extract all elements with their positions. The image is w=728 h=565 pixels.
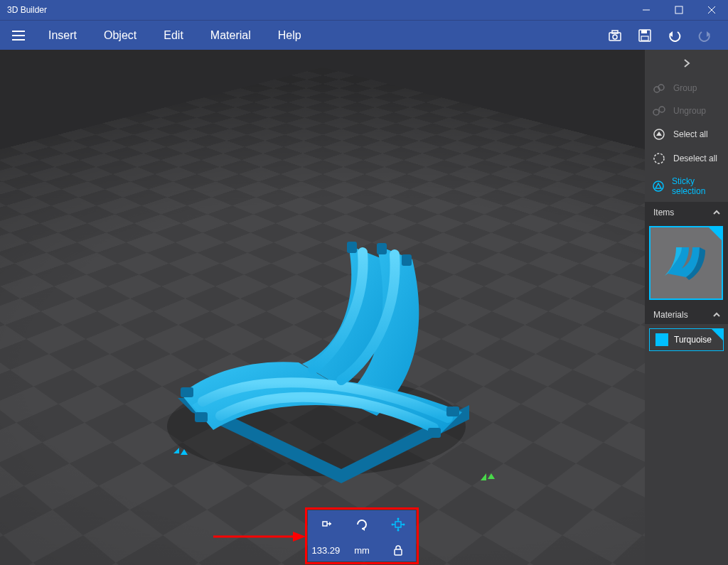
- save-icon[interactable]: [633, 23, 657, 48]
- svg-marker-25: [481, 473, 486, 480]
- svg-rect-19: [377, 243, 387, 254]
- menu-material[interactable]: Material: [199, 25, 262, 46]
- deselect-all-label: Deselect all: [673, 154, 717, 163]
- transform-value[interactable]: 133.29: [308, 545, 344, 556]
- svg-marker-24: [181, 449, 188, 455]
- side-panel: Group Ungroup Select all Deselect all St…: [645, 50, 728, 565]
- close-button[interactable]: [695, 0, 728, 20]
- window-title: 3D Builder: [7, 5, 47, 15]
- svg-rect-8: [612, 31, 618, 33]
- menu-object[interactable]: Object: [92, 25, 148, 46]
- menu-insert[interactable]: Insert: [37, 25, 88, 46]
- materials-header[interactable]: Materials: [645, 304, 728, 324]
- svg-rect-31: [395, 522, 401, 527]
- svg-rect-16: [181, 387, 193, 397]
- material-item[interactable]: Turquoise ✓: [649, 328, 724, 351]
- deselect-all-icon: [652, 152, 666, 165]
- menu-bar: Insert Object Edit Material Help: [0, 20, 728, 50]
- transform-unit[interactable]: mm: [344, 545, 380, 556]
- svg-rect-22: [428, 428, 441, 438]
- hamburger-menu[interactable]: [6, 31, 31, 41]
- undo-icon[interactable]: [663, 23, 687, 48]
- group-icon: [652, 82, 666, 94]
- checkmark-icon: ✓: [715, 228, 721, 236]
- svg-rect-40: [395, 549, 402, 555]
- rotate-tool[interactable]: [344, 510, 380, 539]
- chevron-up-icon: [712, 209, 721, 216]
- svg-point-39: [402, 524, 405, 526]
- axis-gizmo-xy: [172, 443, 192, 458]
- svg-rect-21: [446, 407, 459, 416]
- svg-point-37: [397, 529, 399, 532]
- items-header[interactable]: Items: [645, 202, 728, 222]
- svg-rect-17: [195, 412, 208, 422]
- svg-point-9: [613, 35, 617, 39]
- svg-marker-51: [655, 183, 661, 188]
- camera-print-icon[interactable]: [603, 23, 627, 48]
- item-thumbnail[interactable]: ✓: [649, 226, 723, 300]
- ungroup-label: Ungroup: [673, 106, 706, 116]
- select-all-button[interactable]: Select all: [645, 122, 728, 146]
- maximize-button[interactable]: [663, 0, 695, 20]
- material-swatch: [655, 333, 668, 346]
- viewport-3d[interactable]: 133.29 mm: [0, 50, 645, 565]
- item-thumbnail-icon: [660, 242, 712, 284]
- deselect-all-button[interactable]: Deselect all: [645, 146, 728, 171]
- select-all-label: Select all: [673, 129, 708, 139]
- sticky-selection-button[interactable]: Sticky selection: [645, 171, 728, 202]
- svg-point-49: [654, 154, 664, 163]
- svg-point-36: [397, 518, 399, 520]
- axis-gizmo-z: [478, 470, 496, 485]
- scale-tool[interactable]: [380, 510, 416, 539]
- menu-help[interactable]: Help: [267, 25, 313, 46]
- materials-label: Materials: [653, 310, 688, 320]
- svg-marker-26: [488, 473, 495, 479]
- group-button[interactable]: Group: [645, 77, 728, 99]
- svg-point-38: [391, 524, 393, 526]
- model-object[interactable]: [164, 220, 476, 505]
- menu-edit[interactable]: Edit: [152, 25, 195, 46]
- collapse-panel[interactable]: [645, 50, 728, 77]
- group-label: Group: [673, 83, 697, 93]
- svg-rect-20: [402, 254, 412, 266]
- items-label: Items: [653, 208, 674, 217]
- svg-marker-23: [173, 448, 179, 453]
- lock-aspect-icon[interactable]: [380, 544, 416, 556]
- move-tool[interactable]: [308, 510, 344, 539]
- chevron-up-icon: [712, 311, 721, 318]
- svg-rect-27: [323, 522, 327, 526]
- svg-rect-1: [675, 6, 682, 14]
- title-bar: 3D Builder: [0, 0, 728, 20]
- svg-point-46: [659, 107, 665, 112]
- sticky-selection-icon: [652, 180, 665, 193]
- select-all-icon: [652, 128, 666, 141]
- sticky-selection-label: Sticky selection: [672, 176, 721, 196]
- redo-icon[interactable]: [692, 23, 717, 48]
- svg-rect-11: [641, 30, 647, 33]
- svg-marker-48: [656, 131, 662, 136]
- svg-rect-18: [347, 242, 357, 253]
- svg-marker-29: [329, 522, 331, 526]
- ungroup-button[interactable]: Ungroup: [645, 99, 728, 122]
- transform-toolbar: 133.29 mm: [308, 510, 416, 561]
- checkmark-icon: ✓: [717, 329, 722, 336]
- svg-rect-12: [641, 36, 648, 41]
- material-name: Turquoise: [674, 335, 712, 345]
- minimize-button[interactable]: [630, 0, 663, 20]
- ungroup-icon: [652, 105, 666, 117]
- svg-point-45: [653, 109, 659, 115]
